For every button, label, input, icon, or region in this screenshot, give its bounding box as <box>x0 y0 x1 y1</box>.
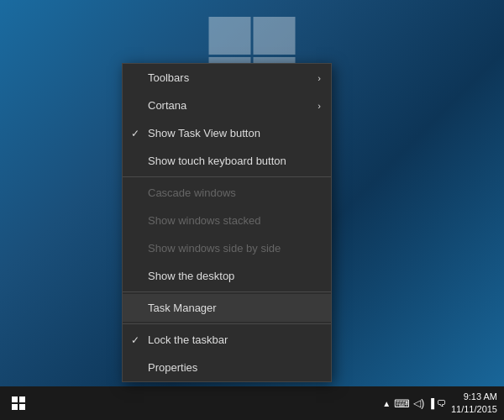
menu-separator <box>123 291 331 292</box>
submenu-arrow-icon: › <box>318 101 321 111</box>
speaker-icon[interactable]: ◁) <box>413 397 424 409</box>
menu-item-label: Properties <box>148 361 197 374</box>
menu-item-show-windows-side-by-side: Show windows side by side <box>123 234 331 262</box>
menu-item-label: Cortana <box>148 99 186 112</box>
notification-icon[interactable]: 🗨 <box>437 398 446 408</box>
menu-item-properties[interactable]: Properties <box>123 354 331 381</box>
menu-item-task-manager[interactable]: Task Manager <box>123 294 331 322</box>
chevron-icon[interactable]: ▲ <box>382 399 391 408</box>
menu-item-show-windows-stacked: Show windows stacked <box>123 207 331 234</box>
menu-item-cortana[interactable]: Cortana› <box>123 92 331 119</box>
start-button[interactable] <box>2 386 35 420</box>
keyboard-icon: ⌨ <box>394 397 410 410</box>
taskbar-left <box>0 386 35 420</box>
menu-item-toolbars[interactable]: Toolbars› <box>123 64 331 92</box>
menu-item-show-task-view[interactable]: ✓Show Task View button <box>123 119 331 147</box>
menu-item-label: Lock the taskbar <box>148 333 228 346</box>
checkmark-icon: ✓ <box>131 334 139 346</box>
menu-item-lock-taskbar[interactable]: ✓Lock the taskbar <box>123 326 331 354</box>
menu-item-label: Toolbars <box>148 71 189 84</box>
clock-time: 9:13 AM <box>451 391 497 403</box>
desktop: Toolbars›Cortana›✓Show Task View buttonS… <box>0 0 504 420</box>
menu-item-cascade-windows: Cascade windows <box>123 179 331 207</box>
taskbar-clock[interactable]: 9:13 AM 11/11/2015 <box>451 391 497 417</box>
context-menu: Toolbars›Cortana›✓Show Task View buttonS… <box>122 63 332 382</box>
menu-item-label: Task Manager <box>148 302 217 314</box>
clock-date: 11/11/2015 <box>451 403 497 416</box>
taskbar: ▲ ⌨ ◁) ▐ 🗨 9:13 AM 11/11/2015 <box>0 386 504 420</box>
checkmark-icon: ✓ <box>131 128 139 139</box>
menu-item-label: Show the desktop <box>148 270 234 282</box>
menu-item-label: Show Task View button <box>148 127 260 139</box>
svg-rect-2 <box>12 404 18 410</box>
menu-item-show-the-desktop[interactable]: Show the desktop <box>123 262 331 290</box>
menu-item-label: Cascade windows <box>148 186 236 199</box>
menu-item-label: Show windows side by side <box>148 242 281 255</box>
svg-rect-0 <box>12 396 18 402</box>
taskbar-right: ▲ ⌨ ◁) ▐ 🗨 9:13 AM 11/11/2015 <box>382 391 504 417</box>
svg-rect-1 <box>19 396 25 402</box>
submenu-arrow-icon: › <box>318 73 321 83</box>
menu-separator <box>123 323 331 324</box>
network-icon[interactable]: ▐ <box>428 398 433 408</box>
menu-item-label: Show windows stacked <box>148 214 260 227</box>
notification-area: ▲ ⌨ ◁) ▐ 🗨 <box>382 397 446 410</box>
menu-item-show-touch-keyboard[interactable]: Show touch keyboard button <box>123 147 331 175</box>
menu-separator <box>123 176 331 177</box>
svg-rect-3 <box>19 404 25 410</box>
menu-item-label: Show touch keyboard button <box>148 155 286 167</box>
